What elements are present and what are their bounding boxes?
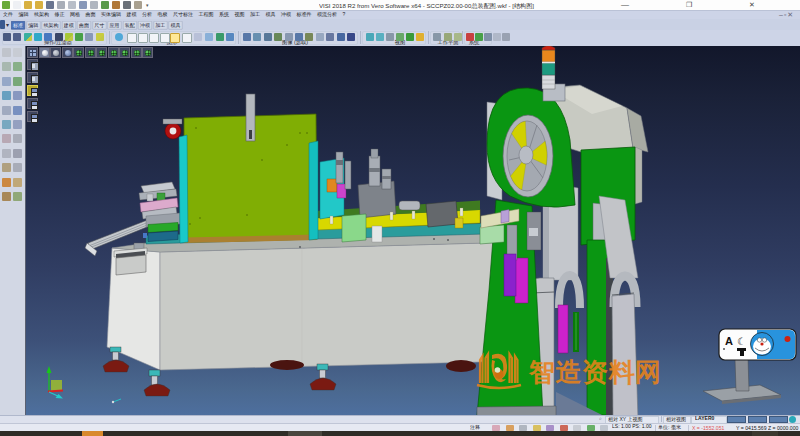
svg-text:智造资料网: 智造资料网: [528, 357, 662, 387]
svg-text:☾: ☾: [737, 336, 746, 347]
svg-text:A: A: [725, 335, 733, 347]
